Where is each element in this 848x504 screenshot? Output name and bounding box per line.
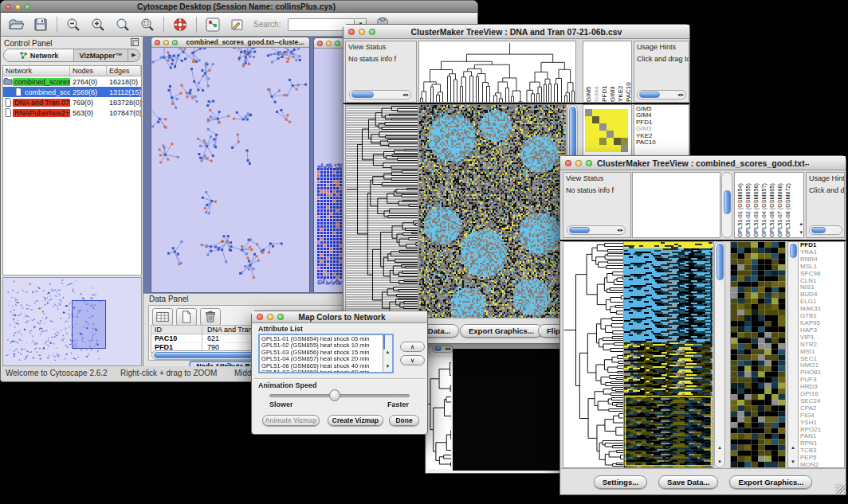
row-dendrogram-canvas[interactable] bbox=[346, 105, 418, 318]
float-panel-button[interactable] bbox=[130, 37, 139, 49]
minimize-button[interactable] bbox=[15, 4, 21, 10]
dendrogram-canvas[interactable] bbox=[427, 357, 451, 469]
network-table-header: Network Nodes Edges bbox=[3, 66, 141, 76]
close-button[interactable] bbox=[317, 41, 323, 46]
speed-slider-thumb[interactable] bbox=[329, 389, 340, 401]
column-label[interactable]: GPL51-06 (GSM865) bbox=[768, 175, 776, 237]
column-label[interactable]: GPL51-07 (GSM868) bbox=[776, 175, 784, 237]
global-heatmap-canvas[interactable] bbox=[624, 242, 713, 467]
column-label[interactable]: PFD1 bbox=[601, 45, 609, 102]
zoom-out-button[interactable] bbox=[65, 16, 82, 33]
zoom-button[interactable] bbox=[25, 4, 30, 10]
done-button[interactable]: Done bbox=[389, 415, 419, 426]
column-label[interactable]: PAC10 bbox=[625, 45, 632, 102]
network-table-row[interactable]: DNA and Tran 07 769(0) 183728(0) bbox=[3, 97, 141, 107]
treeview-button[interactable]: Settings... bbox=[594, 475, 647, 489]
treeview-button[interactable]: Save Data... bbox=[658, 475, 718, 489]
zoom-button[interactable] bbox=[586, 160, 592, 166]
col-id[interactable]: ID bbox=[151, 326, 202, 334]
close-button[interactable] bbox=[348, 29, 355, 35]
zoom-button[interactable] bbox=[369, 29, 375, 35]
new-attribute-button[interactable] bbox=[176, 308, 197, 326]
gene-label[interactable]: MON2 bbox=[800, 462, 844, 467]
tabs-overflow-button[interactable]: ▶ bbox=[128, 49, 139, 61]
close-button[interactable] bbox=[155, 40, 160, 45]
tab-vizmapper[interactable]: VizMapper™ bbox=[74, 49, 128, 61]
zoom-in-button[interactable] bbox=[89, 16, 107, 33]
mini-hscrollbar[interactable]: ◂▸ bbox=[432, 345, 453, 353]
close-button[interactable] bbox=[565, 160, 571, 166]
network-table-row[interactable]: combined_sco 2569(6) 13112(15) bbox=[3, 87, 141, 97]
gene-label[interactable]: PAC10 bbox=[636, 139, 689, 146]
label-scroll-arrows[interactable]: ▴▾ bbox=[799, 218, 803, 236]
close-button[interactable] bbox=[257, 314, 263, 320]
network-window2-title-bar[interactable] bbox=[314, 38, 344, 49]
column-dendrogram-canvas[interactable] bbox=[419, 41, 575, 102]
birdseye-view[interactable] bbox=[2, 277, 142, 366]
network-table-row[interactable]: RNAPuberNov2+I 563(0) 107847(0) bbox=[3, 107, 141, 118]
minimize-button[interactable] bbox=[163, 40, 169, 45]
view-status-hscrollbar[interactable]: ◂▸ bbox=[349, 90, 411, 100]
open-session-button[interactable] bbox=[7, 16, 25, 33]
move-down-button[interactable]: ∨ bbox=[400, 355, 425, 365]
column-label[interactable]: YKE2 bbox=[617, 45, 625, 102]
attribute-item[interactable]: GPL51-07 (GSM868) heat shock 60 min bbox=[261, 369, 383, 372]
annotation-tool-button[interactable] bbox=[229, 16, 246, 33]
zoom-fit-button[interactable] bbox=[114, 16, 132, 33]
column-label[interactable]: GPL51-08 (GSM872) bbox=[784, 175, 792, 237]
view-status-hscrollbar[interactable]: ◂▸ bbox=[567, 225, 626, 235]
column-label[interactable]: GPL51-04 (GSM857) bbox=[760, 175, 768, 237]
export-graphics-button[interactable]: Export Graphics... bbox=[460, 324, 543, 338]
zoom-selected-button[interactable] bbox=[139, 16, 156, 33]
heatmap-vscrollbar[interactable]: ▴▾ bbox=[714, 241, 725, 468]
col-network[interactable]: Network bbox=[3, 66, 70, 76]
attribute-listbox[interactable]: GPL51-01 (GSM854) heat shock 05 minGPL51… bbox=[258, 334, 394, 373]
column-dendrogram-panel bbox=[418, 41, 576, 103]
close-button[interactable] bbox=[6, 4, 11, 10]
gene-labels-vscrollbar[interactable]: ▴▾ bbox=[788, 242, 799, 467]
column-label[interactable]: GPL51-02 (GSM855) bbox=[744, 175, 752, 237]
column-label[interactable]: GIM5 bbox=[585, 45, 593, 102]
usage-hints-hscrollbar[interactable] bbox=[809, 225, 842, 235]
minimize-button[interactable] bbox=[359, 29, 365, 35]
tab-network[interactable]: Network bbox=[4, 49, 74, 61]
treeview-button[interactable]: Export Graphics... bbox=[729, 475, 812, 489]
delete-attribute-button[interactable] bbox=[200, 308, 221, 326]
zoom-heatmap-canvas[interactable] bbox=[731, 242, 785, 467]
heatmap-dark[interactable] bbox=[453, 349, 566, 471]
column-area-vscrollbar[interactable] bbox=[721, 172, 732, 238]
network-table-row[interactable]: combined_scores 2764(0) 16218(0) bbox=[3, 76, 141, 87]
dialog-title-bar[interactable]: Map Colors to Network bbox=[252, 311, 427, 323]
network-canvas[interactable] bbox=[151, 48, 309, 293]
zoom-button[interactable] bbox=[335, 41, 340, 46]
column-label[interactable]: GPL51-03 (GSM856) bbox=[752, 175, 760, 237]
select-attributes-button[interactable] bbox=[152, 308, 173, 326]
network-window-title-bar[interactable]: combined_scores_good.txt--cluste... bbox=[151, 37, 309, 48]
listbox-vscrollbar[interactable]: ▴▾ bbox=[383, 335, 392, 372]
animate-vizmap-button[interactable]: Animate Vizmap bbox=[262, 415, 320, 426]
main-title-bar[interactable]: Cytoscape Desktop (Session Name: collins… bbox=[1, 1, 477, 13]
usage-hints-hscrollbar[interactable]: ◂▸ bbox=[637, 90, 686, 100]
column-label[interactable]: GIM4 bbox=[593, 45, 601, 102]
create-vizmap-button[interactable]: Create Vizmap bbox=[328, 415, 383, 426]
vizmap-tool-button[interactable] bbox=[204, 16, 222, 33]
global-heatmap-canvas[interactable] bbox=[419, 105, 566, 318]
minimize-button[interactable] bbox=[267, 314, 273, 320]
col-edges[interactable]: Edges bbox=[107, 66, 141, 76]
row-dendrogram-canvas[interactable] bbox=[563, 242, 623, 467]
col-nodes[interactable]: Nodes bbox=[70, 66, 107, 76]
treeview2-title-bar[interactable]: ClusterMaker TreeView : combined_scores_… bbox=[560, 156, 846, 170]
minimize-button[interactable] bbox=[575, 160, 582, 166]
move-up-button[interactable]: ∧ bbox=[400, 342, 425, 352]
document-icon bbox=[3, 108, 13, 117]
help-button[interactable] bbox=[171, 16, 189, 33]
column-label[interactable]: GIM3 bbox=[609, 45, 617, 102]
network-canvas-2[interactable] bbox=[314, 49, 344, 293]
treeview1-title-bar[interactable]: ClusterMaker TreeView : DNA and Tran 07-… bbox=[344, 25, 689, 39]
zoom-button[interactable] bbox=[172, 40, 178, 45]
column-label[interactable]: GPL51-01 (GSM854) bbox=[736, 175, 744, 237]
resize-grip[interactable] bbox=[835, 484, 845, 494]
save-session-button[interactable] bbox=[32, 16, 49, 33]
zoom-button[interactable] bbox=[277, 314, 284, 320]
minimize-button[interactable] bbox=[326, 41, 332, 46]
